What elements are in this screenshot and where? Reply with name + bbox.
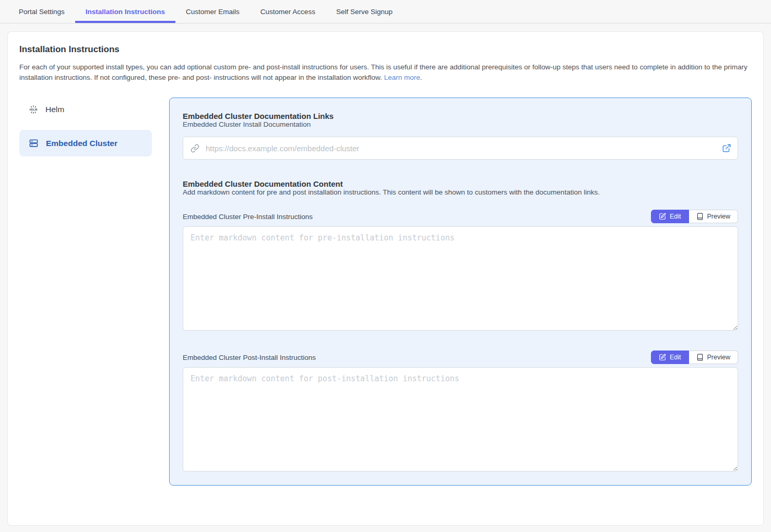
preview-button-label: Preview <box>707 213 730 220</box>
post-install-edit-button[interactable]: Edit <box>651 350 689 364</box>
edit-button-label: Edit <box>670 354 681 361</box>
tab-self-serve-signup[interactable]: Self Serve Signup <box>326 0 403 23</box>
top-tab-bar: Portal Settings Installation Instruction… <box>0 0 771 23</box>
install-type-sidebar: HELM Helm <box>19 98 152 166</box>
edit-button-label: Edit <box>670 213 681 220</box>
sidebar-item-label: Helm <box>45 105 64 114</box>
install-doc-url-input[interactable] <box>205 143 715 153</box>
pre-install-edit-button[interactable]: Edit <box>651 210 689 223</box>
pre-install-instructions-textarea[interactable] <box>183 226 738 331</box>
post-install-preview-button[interactable]: Preview <box>689 350 738 364</box>
helm-icon: HELM <box>29 105 38 114</box>
tab-installation-instructions[interactable]: Installation Instructions <box>75 0 175 23</box>
pre-install-editor-header: Embedded Cluster Pre-Install Instruction… <box>183 210 738 223</box>
docs-content-heading: Embedded Cluster Documentation Content <box>183 179 738 188</box>
post-install-editor-header: Embedded Cluster Post-Install Instructio… <box>183 350 738 364</box>
page-description-text: For each of your supported install types… <box>19 63 748 81</box>
install-doc-label: Embedded Cluster Install Documentation <box>183 120 738 128</box>
pre-install-label: Embedded Cluster Pre-Install Instruction… <box>183 213 313 221</box>
learn-more-period: . <box>420 74 422 81</box>
docs-content-description: Add markdown content for pre and post in… <box>183 188 738 196</box>
sidebar-item-helm[interactable]: HELM Helm <box>19 99 152 120</box>
external-link-icon <box>722 143 731 153</box>
post-install-instructions-textarea[interactable] <box>183 367 738 471</box>
link-icon <box>191 144 199 153</box>
embedded-cluster-panel: Embedded Cluster Documentation Links Emb… <box>169 98 752 486</box>
docs-links-heading: Embedded Cluster Documentation Links <box>183 112 738 120</box>
learn-more-link[interactable]: Learn more <box>384 74 420 81</box>
sidebar-item-embedded-cluster[interactable]: Embedded Cluster <box>19 130 152 156</box>
book-icon <box>696 213 704 220</box>
tab-portal-settings[interactable]: Portal Settings <box>8 0 75 23</box>
book-icon <box>696 354 704 361</box>
sidebar-item-label: Embedded Cluster <box>46 139 117 148</box>
edit-pencil-icon <box>659 213 666 220</box>
open-external-link-button[interactable] <box>722 143 731 153</box>
pre-install-preview-button[interactable]: Preview <box>689 210 738 223</box>
post-install-mode-toggle: Edit Preview <box>651 350 738 364</box>
main-card: Installation Instructions For each of yo… <box>7 31 764 526</box>
content-layout: HELM Helm <box>19 98 752 486</box>
svg-text:HELM: HELM <box>30 108 38 111</box>
pre-install-mode-toggle: Edit Preview <box>651 210 738 223</box>
edit-pencil-icon <box>659 354 666 361</box>
install-doc-url-field <box>183 137 738 160</box>
tab-customer-access[interactable]: Customer Access <box>250 0 326 23</box>
post-install-label: Embedded Cluster Post-Install Instructio… <box>183 354 316 361</box>
preview-button-label: Preview <box>707 354 730 361</box>
page-description: For each of your supported install types… <box>19 62 752 83</box>
tab-customer-emails[interactable]: Customer Emails <box>175 0 250 23</box>
page-title: Installation Instructions <box>19 44 752 55</box>
server-stack-icon <box>29 138 39 148</box>
